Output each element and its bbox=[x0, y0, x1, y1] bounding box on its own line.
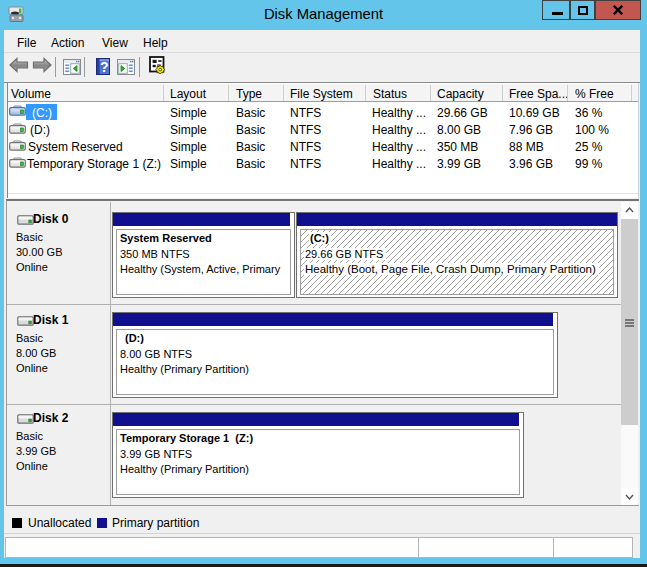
svg-text:?: ? bbox=[100, 59, 109, 75]
